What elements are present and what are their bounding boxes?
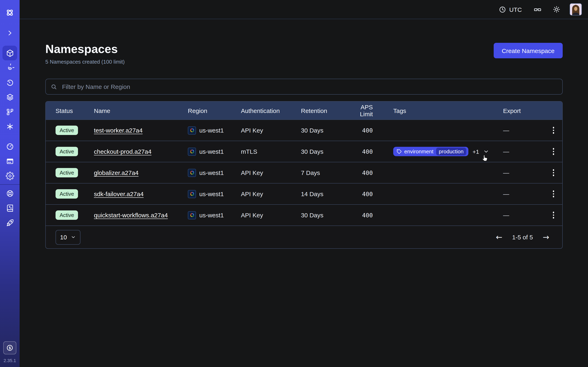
sidebar-item-usage[interactable] [2,139,17,154]
namespace-link[interactable]: test-worker.a27a4 [94,127,143,134]
labs-mode-button[interactable] [533,5,542,14]
export-value: — [503,169,545,176]
timezone-button[interactable]: UTC [499,6,522,13]
sidebar-item-nexus[interactable] [2,119,17,134]
tag-value: production [436,148,466,155]
aps-value: 400 [347,127,373,133]
namespaces-table: Status Name Region Authentication Retent… [45,101,563,249]
filter-input[interactable] [61,83,558,91]
col-status: Status [56,107,94,114]
sidebar-divider [0,184,20,185]
sidebar-item-pipelines[interactable] [2,104,17,119]
sidebar: $ 2.35.1 [0,0,20,367]
gear-icon [6,171,14,180]
export-value: — [503,127,545,134]
tag-chip[interactable]: environment production [393,147,468,156]
gauge-icon [6,142,14,151]
row-menu-button[interactable] [551,168,556,178]
sidebar-item-docs[interactable] [2,201,17,215]
prev-page-button[interactable]: ← [496,233,502,241]
aps-value: 400 [347,191,373,197]
page-size-value: 10 [60,234,67,241]
sidebar-item-getting-started[interactable] [2,215,17,230]
sidebar-plan-button[interactable]: $ [3,341,16,354]
sun-icon [553,5,561,13]
row-menu-button[interactable] [551,210,556,220]
gcp-region-icon [188,190,196,198]
table-row: Active test-worker.a27a4 us-west1 API Ke… [46,119,562,141]
tag-key: environment [404,149,433,155]
main-content: Namespaces 5 Namespaces created (100 lim… [20,20,588,367]
status-badge: Active [56,210,78,220]
auth-label: API Key [241,127,301,134]
lifebuoy-icon [6,189,14,198]
retention-label: 30 Days [301,212,347,218]
sidebar-item-support[interactable] [2,186,17,201]
billing-icon [6,157,14,165]
col-tags: Tags [373,107,503,114]
create-namespace-button[interactable]: Create Namespace [494,43,563,58]
row-menu-button[interactable] [551,147,556,157]
avatar[interactable] [570,3,582,16]
auth-label: API Key [241,169,301,176]
page-title: Namespaces [45,42,125,56]
col-region: Region [188,107,241,114]
region-label: us-west1 [199,169,224,176]
namespace-link[interactable]: sdk-failover.a27a4 [94,191,144,197]
col-authentication: Authentication [241,107,301,114]
gcp-region-icon [188,211,196,219]
filter-bar [45,79,563,95]
retention-label: 7 Days [301,169,347,176]
glasses-icon [533,5,542,14]
asterisk-icon [6,122,14,131]
chevron-down-icon [71,234,76,240]
col-retention: Retention [301,107,347,114]
row-menu-button[interactable] [551,189,556,199]
row-menu-button[interactable] [551,125,556,135]
page-subtitle: 5 Namespaces created (100 limit) [45,59,125,65]
region-label: us-west1 [199,212,224,218]
col-name: Name [94,107,188,114]
app-window: $ 2.35.1 UTC [0,0,588,367]
auth-label: mTLS [241,148,301,155]
namespace-link[interactable]: checkout-prod.a27a4 [94,148,151,155]
retention-label: 30 Days [301,148,347,155]
gcp-region-icon [188,169,196,177]
sidebar-item-settings[interactable] [2,168,17,183]
timezone-label: UTC [509,6,522,13]
layers-icon [6,93,14,101]
export-value: — [503,191,545,197]
book-icon [6,204,14,212]
status-badge: Active [56,125,78,135]
namespace-link[interactable]: globalizer.a27a4 [94,169,139,176]
status-badge: Active [56,168,78,177]
theme-toggle-button[interactable] [553,5,561,13]
region-label: us-west1 [199,127,224,134]
sidebar-collapse-button[interactable] [2,26,17,40]
col-aps-limit: APS Limit [347,104,373,117]
aps-value: 400 [347,212,373,218]
aps-value: 400 [347,148,373,155]
sidebar-item-schedules[interactable] [2,75,17,90]
next-page-button[interactable]: → [543,233,549,241]
auth-label: API Key [241,191,301,197]
svg-text:$: $ [9,346,11,350]
chevron-down-icon[interactable] [483,149,489,155]
sidebar-item-deployments[interactable] [2,90,17,104]
page-size-select[interactable]: 10 [56,230,80,244]
sidebar-item-billing[interactable] [2,154,17,168]
region-label: us-west1 [199,191,224,197]
app-version: 2.35.1 [3,358,16,363]
table-row: Active checkout-prod.a27a4 us-west1 mTLS… [46,141,562,162]
col-export: Export [503,107,545,114]
status-badge: Active [56,147,78,156]
export-value: — [503,148,545,155]
table-row: Active quickstart-workflows.a27a4 us-wes… [46,204,562,225]
branch-icon [6,108,14,116]
sidebar-item-namespaces[interactable] [2,46,17,60]
sidebar-item-workflows[interactable] [2,60,17,75]
search-icon [50,83,58,90]
cube-icon [6,49,14,57]
temporal-logo[interactable] [2,5,17,20]
namespace-link[interactable]: quickstart-workflows.a27a4 [94,212,168,218]
